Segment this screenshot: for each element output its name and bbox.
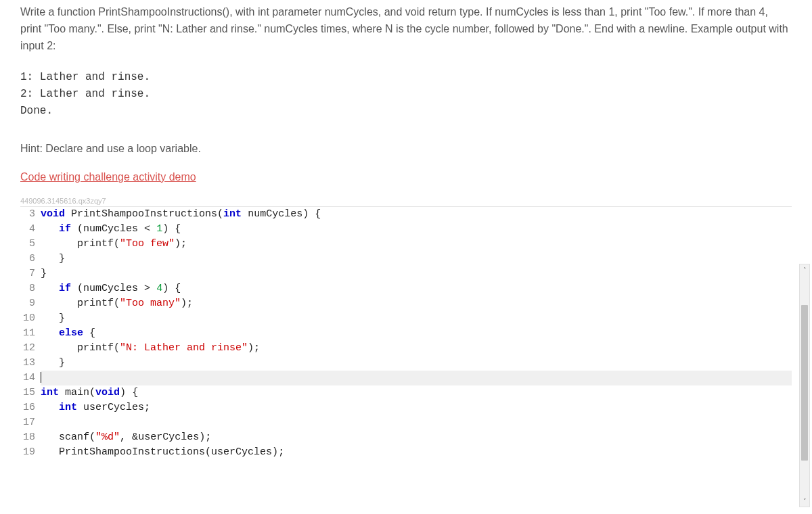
hint-text: Hint: Declare and use a loop variable. (20, 143, 792, 155)
code-line[interactable]: scanf("%d", &userCycles); (41, 430, 792, 445)
code-line[interactable]: else { (41, 326, 792, 341)
line-number: 19 (23, 445, 35, 460)
line-number: 14 (23, 371, 35, 386)
demo-link[interactable]: Code writing challenge activity demo (20, 171, 196, 183)
line-number: 12 (23, 341, 35, 356)
line-number: 7 (23, 266, 35, 281)
example-output: 1: Lather and rinse. 2: Lather and rinse… (20, 69, 792, 119)
scroll-thumb[interactable] (801, 305, 808, 461)
vertical-scrollbar[interactable]: ˄ ˅ (799, 264, 810, 507)
line-number: 6 (23, 252, 35, 266)
line-number: 4 (23, 222, 35, 237)
line-number: 5 (23, 237, 35, 252)
code-line[interactable]: printf("N: Lather and rinse"); (41, 341, 792, 356)
code-line[interactable]: PrintShampooInstructions(userCycles); (41, 445, 792, 460)
code-line[interactable]: if (numCycles > 4) { (41, 281, 792, 296)
code-line[interactable]: int main(void) { (41, 386, 792, 400)
code-line[interactable]: } (41, 252, 792, 266)
code-line[interactable]: if (numCycles < 1) { (41, 222, 792, 237)
scroll-up-button[interactable]: ˄ (800, 264, 809, 275)
code-lines[interactable]: void PrintShampooInstructions(int numCyc… (41, 207, 792, 460)
line-number: 17 (23, 415, 35, 430)
code-line[interactable] (41, 415, 792, 430)
code-line[interactable]: } (41, 311, 792, 326)
line-number: 16 (23, 400, 35, 415)
code-line[interactable]: int userCycles; (41, 400, 792, 415)
text-cursor (41, 372, 41, 383)
code-line[interactable] (41, 371, 792, 386)
scroll-down-button[interactable]: ˅ (800, 496, 809, 507)
line-number: 10 (23, 311, 35, 326)
line-number: 3 (23, 207, 35, 222)
code-line[interactable]: void PrintShampooInstructions(int numCyc… (41, 207, 792, 222)
problem-instructions: Write a function PrintShampooInstruction… (20, 4, 792, 54)
code-line[interactable]: } (41, 356, 792, 371)
code-line[interactable]: } (41, 266, 792, 281)
code-line[interactable]: printf("Too few"); (41, 237, 792, 252)
code-line[interactable]: printf("Too many"); (41, 296, 792, 311)
line-number: 11 (23, 326, 35, 341)
line-number: 8 (23, 281, 35, 296)
code-editor-container: 345678910111213141516171819 void PrintSh… (20, 206, 792, 460)
line-number: 18 (23, 430, 35, 445)
line-number: 13 (23, 356, 35, 371)
line-number: 9 (23, 296, 35, 311)
line-number-gutter: 345678910111213141516171819 (20, 207, 41, 460)
code-editor[interactable]: 345678910111213141516171819 void PrintSh… (20, 207, 792, 460)
question-hash: 449096.3145616.qx3zqy7 (20, 197, 792, 205)
line-number: 15 (23, 386, 35, 400)
